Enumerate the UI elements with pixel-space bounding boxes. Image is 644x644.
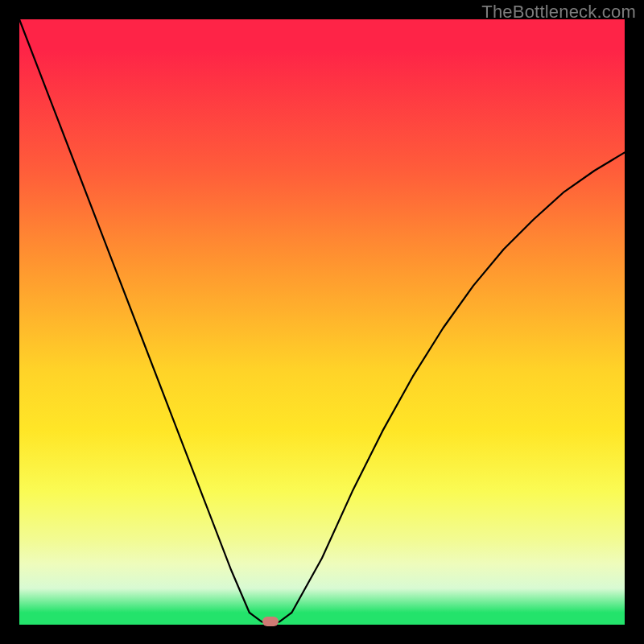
curve-path	[19, 19, 625, 625]
plot-area	[19, 19, 625, 625]
bottleneck-curve	[19, 19, 625, 625]
outer-frame: TheBottleneck.com	[0, 0, 644, 644]
minimum-marker	[262, 617, 279, 626]
